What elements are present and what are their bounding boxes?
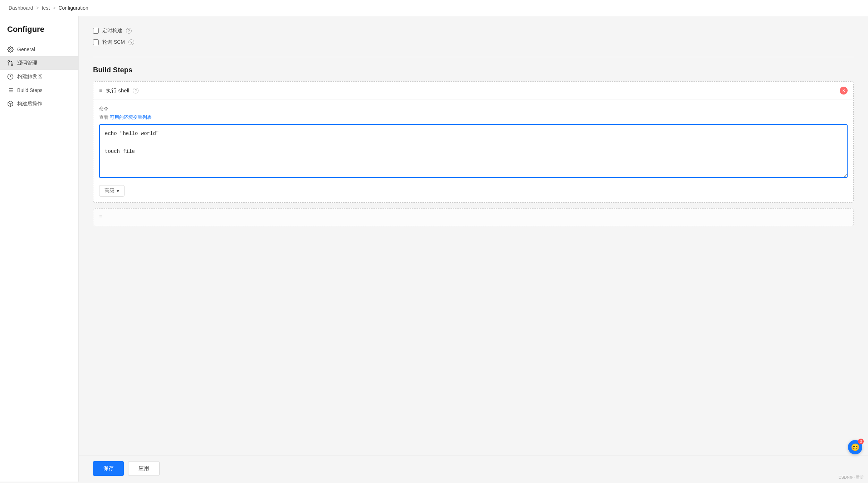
poll-scm-label: 轮询 SCM (102, 39, 125, 45)
build-steps-title: Build Steps (93, 66, 854, 74)
sidebar: Configure General 源码管理 构建 (0, 16, 79, 482)
step-card-2: ≡ (93, 208, 854, 226)
list-icon (7, 87, 14, 93)
sidebar-label-build-trigger: 构建触发器 (17, 73, 42, 80)
action-bar: 保存 应用 (79, 455, 868, 482)
poll-scm-checkbox[interactable] (93, 39, 99, 45)
advanced-label: 高级 (104, 188, 114, 194)
float-badge-count: 3 (858, 439, 864, 444)
timed-build-checkbox[interactable] (93, 28, 99, 34)
chevron-down-icon: ▾ (117, 188, 119, 194)
svg-point-0 (10, 49, 11, 50)
shell-command-input[interactable]: echo "hello world" touch file (99, 124, 848, 178)
advanced-button[interactable]: 高级 ▾ (99, 185, 125, 197)
box-icon (7, 101, 14, 107)
save-button[interactable]: 保存 (93, 461, 124, 476)
git-icon (7, 60, 14, 66)
sidebar-label-post-build: 构建后操作 (17, 101, 42, 107)
sidebar-item-build-steps[interactable]: Build Steps (0, 83, 78, 97)
env-vars-prefix: 查看 (99, 115, 108, 120)
breadcrumb-test[interactable]: test (42, 5, 50, 11)
poll-scm-row: 轮询 SCM ? (93, 39, 854, 45)
trigger-section: 定时构建 ? 轮询 SCM ? (93, 28, 854, 45)
breadcrumb-configuration: Configuration (58, 5, 88, 11)
sidebar-item-build-trigger[interactable]: 构建触发器 (0, 70, 78, 83)
clock-icon (7, 73, 14, 80)
sidebar-label-build-steps: Build Steps (17, 87, 43, 93)
step-1-help-icon[interactable]: ? (133, 88, 138, 93)
step-1-close-button[interactable]: × (840, 87, 848, 95)
sidebar-label-general: General (17, 47, 35, 52)
float-badge-emoji: 😊 (851, 443, 860, 451)
apply-button[interactable]: 应用 (128, 461, 160, 476)
svg-point-2 (8, 61, 10, 62)
breadcrumb-sep1: > (36, 5, 39, 11)
sidebar-label-source-control: 源码管理 (17, 60, 37, 66)
poll-scm-help-icon[interactable]: ? (128, 39, 134, 45)
step-card-1-body: 命令 查看 可用的环境变量列表 echo "hello world" touch… (93, 100, 853, 202)
breadcrumb-dashboard[interactable]: Dashboard (9, 5, 33, 11)
drag-handle-icon[interactable]: ≡ (99, 87, 102, 94)
drag-handle-icon-2[interactable]: ≡ (99, 214, 102, 220)
sidebar-item-source-control[interactable]: 源码管理 (0, 56, 78, 70)
timed-build-row: 定时构建 ? (93, 28, 854, 34)
breadcrumb-sep2: > (53, 5, 55, 11)
section-divider (93, 57, 854, 57)
step-card-1: ≡ 执行 shell ? × 命令 查看 可用的环境变量列表 echo "hel… (93, 81, 854, 203)
sidebar-item-general[interactable]: General (0, 43, 78, 56)
env-vars-row: 查看 可用的环境变量列表 (99, 114, 848, 121)
build-steps-section: Build Steps ≡ 执行 shell ? × 命令 查看 可用的环境变量… (93, 66, 854, 226)
gear-icon (7, 46, 14, 53)
float-badge[interactable]: 😊 3 (848, 440, 862, 454)
content-area: 定时构建 ? 轮询 SCM ? Build Steps ≡ 执行 shell (79, 16, 868, 455)
step-1-title: 执行 shell (106, 87, 129, 94)
step-card-1-header: ≡ 执行 shell ? × (93, 82, 853, 100)
timed-build-label: 定时构建 (102, 28, 122, 34)
timed-build-help-icon[interactable]: ? (126, 28, 132, 34)
sidebar-item-post-build[interactable]: 构建后操作 (0, 97, 78, 111)
svg-point-1 (11, 64, 13, 66)
configure-title: Configure (0, 25, 78, 43)
watermark: CSDN® · 重听 (839, 475, 864, 480)
command-label: 命令 (99, 106, 848, 112)
env-vars-link[interactable]: 可用的环境变量列表 (110, 115, 152, 120)
breadcrumb: Dashboard > test > Configuration (0, 0, 868, 16)
